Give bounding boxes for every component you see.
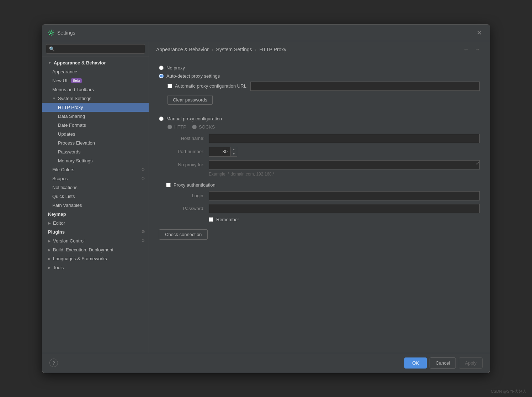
sidebar-item-languages-frameworks[interactable]: ▶ Languages & Frameworks (42, 254, 149, 263)
port-input-wrap: 80 ▲ ▼ (209, 147, 237, 157)
ok-button[interactable]: OK (404, 357, 427, 369)
sidebar-item-plugins[interactable]: Plugins ⚙ (42, 228, 149, 236)
sidebar-label: Notifications (52, 185, 78, 190)
proxy-auth-label[interactable]: Proxy authentication (174, 182, 216, 188)
no-proxy-input-wrap: ⤢ (209, 160, 480, 169)
sidebar-label: Appearance (52, 69, 77, 74)
breadcrumb: Appearance & Behavior › System Settings … (156, 47, 286, 52)
remember-label[interactable]: Remember (216, 217, 239, 222)
help-button[interactable]: ? (49, 359, 58, 367)
no-proxy-radio[interactable] (159, 66, 164, 70)
port-spinners: ▲ ▼ (230, 147, 237, 156)
sidebar-item-quick-lists[interactable]: Quick Lists (42, 192, 149, 201)
apply-button[interactable]: Apply (459, 357, 483, 369)
gear-icon: ⚙ (141, 238, 145, 243)
watermark: CSDN @SYF大好人 (491, 389, 526, 394)
http-radio-item: HTTP (167, 124, 186, 130)
check-connection-button[interactable]: Check connection (159, 229, 208, 240)
title-bar-left: Settings (48, 30, 75, 36)
sidebar-label: Plugins (48, 229, 65, 235)
sidebar-label: Updates (58, 131, 75, 137)
auto-config-url-row: Automatic proxy configuration URL: (167, 82, 480, 91)
http-protocol-radio[interactable] (167, 125, 172, 129)
manual-proxy-label[interactable]: Manual proxy configuration (166, 116, 222, 121)
sidebar-item-appearance[interactable]: Appearance (42, 67, 149, 76)
nav-back-button[interactable]: ← (461, 46, 471, 53)
sidebar-label: Build, Execution, Deployment (53, 247, 113, 252)
no-proxy-label[interactable]: No proxy (166, 65, 185, 70)
sidebar-label: Editor (53, 220, 65, 226)
sidebar-item-editor[interactable]: ▶ Editor (42, 219, 149, 228)
sidebar-item-appearance-behavior[interactable]: ▼ Appearance & Behavior (42, 58, 149, 67)
svg-point-0 (50, 32, 52, 34)
remember-row: Remember (159, 217, 480, 222)
sidebar-item-http-proxy[interactable]: HTTP Proxy (42, 103, 149, 112)
sidebar-label: Menus and Toolbars (52, 87, 94, 92)
login-row: Login: (159, 191, 480, 200)
sidebar-label: Quick Lists (52, 194, 75, 199)
form-area: No proxy Auto-detect proxy settings Auto… (149, 58, 490, 353)
login-input[interactable] (209, 191, 480, 200)
sidebar-item-file-colors[interactable]: File Colors ⚙ (42, 165, 149, 174)
sidebar-item-passwords[interactable]: Passwords (42, 147, 149, 156)
auto-detect-label[interactable]: Auto-detect proxy settings (166, 73, 220, 79)
sidebar-item-notifications[interactable]: Notifications (42, 183, 149, 192)
port-decrement-button[interactable]: ▼ (231, 152, 237, 156)
breadcrumb-part3: HTTP Proxy (259, 47, 286, 52)
no-proxy-row: No proxy (159, 65, 480, 70)
sidebar-item-system-settings[interactable]: ▼ System Settings (42, 94, 149, 103)
sidebar-tree: ▼ Appearance & Behavior Appearance New U… (42, 57, 149, 353)
auto-detect-radio[interactable] (159, 74, 164, 78)
port-increment-button[interactable]: ▲ (231, 147, 237, 152)
proxy-auth-checkbox[interactable] (166, 183, 171, 187)
auto-config-url-checkbox[interactable] (167, 84, 172, 88)
clear-passwords-button[interactable]: Clear passwords (167, 95, 213, 105)
sidebar-item-process-elevation[interactable]: Process Elevation (42, 139, 149, 147)
sidebar-item-menus-toolbars[interactable]: Menus and Toolbars (42, 85, 149, 94)
password-input[interactable] (209, 204, 480, 213)
nav-forward-button[interactable]: → (473, 46, 483, 53)
remember-checkbox[interactable] (209, 217, 213, 222)
manual-proxy-radio[interactable] (159, 116, 164, 121)
gear-icon: ⚙ (141, 229, 145, 234)
close-button[interactable]: ✕ (474, 28, 484, 37)
sidebar-label: HTTP Proxy (58, 105, 83, 110)
chevron-right-icon: ▶ (48, 257, 51, 261)
sidebar-item-scopes[interactable]: Scopes ⚙ (42, 174, 149, 183)
sidebar-item-path-variables[interactable]: Path Variables (42, 201, 149, 210)
sidebar-item-updates[interactable]: Updates (42, 130, 149, 139)
sidebar-label: Memory Settings (58, 158, 93, 163)
chevron-right-icon: ▶ (48, 248, 51, 252)
sidebar-item-data-sharing[interactable]: Data Sharing (42, 112, 149, 121)
no-proxy-for-label: No proxy for: (166, 162, 209, 167)
no-proxy-for-input[interactable] (209, 160, 480, 169)
auto-config-url-input[interactable] (250, 82, 480, 91)
dialog-title: Settings (57, 30, 75, 36)
search-input[interactable] (46, 44, 145, 54)
host-name-input[interactable] (209, 134, 480, 143)
socks-protocol-label: SOCKS (199, 124, 215, 130)
proxy-auth-row: Proxy authentication (159, 182, 480, 188)
socks-radio-item: SOCKS (192, 124, 215, 130)
expand-icon[interactable]: ⤢ (476, 161, 479, 166)
port-number-input[interactable]: 80 (209, 147, 230, 156)
chevron-right-icon: ▶ (48, 239, 51, 243)
sidebar-label: Date Formats (58, 122, 86, 128)
footer-left: ? (49, 359, 58, 367)
sidebar-item-keymap[interactable]: Keymap (42, 210, 149, 219)
clear-passwords-section: Clear passwords (159, 95, 480, 110)
sidebar-label: File Colors (52, 167, 74, 172)
auto-config-url-label[interactable]: Automatic proxy configuration URL: (175, 83, 248, 89)
sidebar-item-tools[interactable]: ▶ Tools (42, 263, 149, 272)
sidebar-item-build-execution[interactable]: ▶ Build, Execution, Deployment (42, 245, 149, 254)
sidebar-item-version-control[interactable]: ▶ Version Control ⚙ (42, 236, 149, 245)
check-connection-section: Check connection (159, 229, 480, 240)
sidebar-item-new-ui[interactable]: New UI Beta (42, 76, 149, 85)
socks-protocol-radio[interactable] (192, 125, 197, 129)
example-hint: Example: *.domain.com, 192.168.* (159, 172, 480, 177)
sidebar-label: Appearance & Behavior (54, 60, 106, 66)
sidebar-item-memory-settings[interactable]: Memory Settings (42, 156, 149, 165)
sidebar-item-date-formats[interactable]: Date Formats (42, 121, 149, 130)
cancel-button[interactable]: Cancel (430, 357, 456, 369)
chevron-right-icon: ▶ (48, 221, 51, 225)
